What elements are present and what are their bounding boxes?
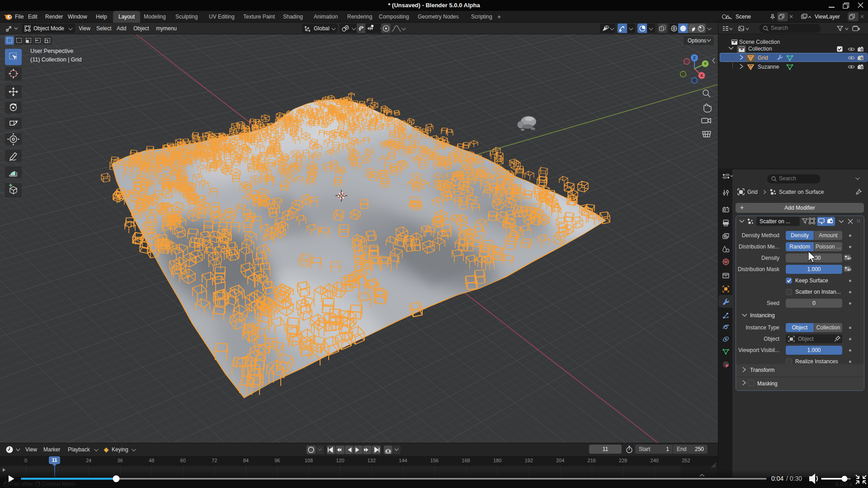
svg-text:User Perspective: User Perspective [30,48,73,54]
svg-text:0:04: 0:04 [771,475,783,482]
svg-text:/ 0:30: / 0:30 [786,475,802,482]
svg-text:Y: Y [704,61,707,66]
svg-text:Z: Z [693,56,696,60]
svg-text:Options: Options [688,38,706,44]
svg-text:X: X [700,73,703,78]
svg-text:(11) Collection | Grid: (11) Collection | Grid [30,56,82,63]
